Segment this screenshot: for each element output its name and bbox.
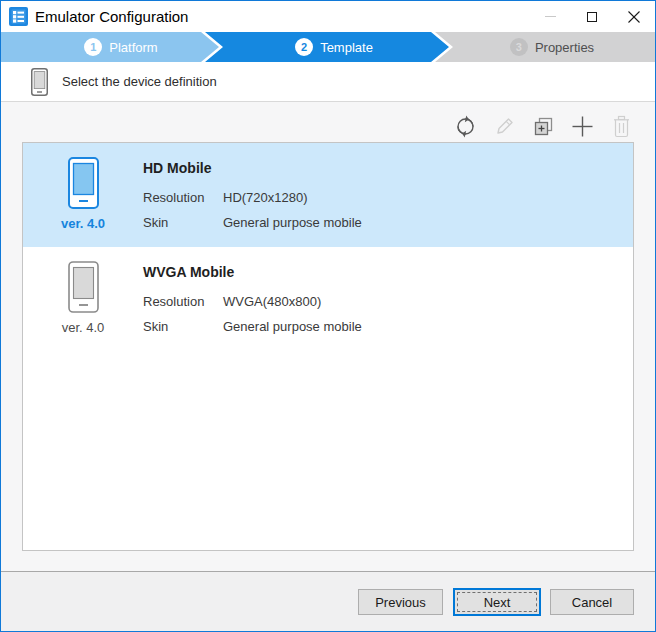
step-label: Properties (535, 40, 594, 55)
step-label: Platform (109, 40, 157, 55)
device-template-list: ver. 4.0 HD Mobile Resolution HD(720x128… (22, 142, 634, 551)
device-version: ver. 4.0 (61, 216, 105, 231)
resolution-label: Resolution (143, 294, 223, 309)
next-button[interactable]: Next (453, 588, 541, 616)
skin-value: General purpose mobile (223, 319, 633, 334)
phone-icon (31, 68, 48, 96)
device-resolution-row: Resolution WVGA(480x800) (143, 294, 633, 309)
device-icon-column: ver. 4.0 (23, 143, 143, 247)
window-title: Emulator Configuration (35, 8, 188, 25)
device-version: ver. 4.0 (62, 320, 105, 335)
wizard-step-platform[interactable]: 1 Platform (1, 32, 219, 62)
device-resolution-row: Resolution HD(720x1280) (143, 190, 633, 205)
skin-label: Skin (143, 215, 223, 230)
maximize-icon (587, 12, 597, 22)
device-text-column: WVGA Mobile Resolution WVGA(480x800) Ski… (143, 247, 633, 351)
hd-mobile-phone-icon (68, 157, 99, 209)
device-name: WVGA Mobile (143, 264, 633, 280)
minimize-icon (545, 16, 556, 17)
delete-icon (609, 114, 634, 139)
device-skin-row: Skin General purpose mobile (143, 215, 633, 230)
step-number-badge: 2 (295, 38, 313, 56)
close-icon (628, 11, 640, 23)
minimize-button[interactable] (529, 1, 571, 32)
wizard-step-properties[interactable]: 3 Properties (435, 32, 655, 62)
template-toolbar (452, 112, 634, 140)
resolution-value: HD(720x1280) (223, 190, 633, 205)
wizard-breadcrumb: 1 Platform 2 Template 3 Properties (1, 32, 655, 62)
previous-button[interactable]: Previous (358, 589, 443, 615)
wvga-mobile-phone-icon (68, 261, 99, 313)
add-button[interactable] (569, 113, 595, 139)
refresh-icon (453, 114, 478, 139)
device-icon-column: ver. 4.0 (23, 247, 143, 351)
cancel-button[interactable]: Cancel (550, 589, 634, 615)
device-text-column: HD Mobile Resolution HD(720x1280) Skin G… (143, 143, 633, 247)
delete-button[interactable] (608, 113, 634, 139)
edit-button[interactable] (491, 113, 517, 139)
maximize-button[interactable] (571, 1, 613, 32)
resolution-value: WVGA(480x800) (223, 294, 633, 309)
emulator-configuration-window: Emulator Configuration 1 Platform 2 Temp… (0, 0, 656, 632)
step-description-text: Select the device definition (62, 74, 217, 89)
refresh-button[interactable] (452, 113, 478, 139)
add-icon (570, 114, 595, 139)
device-row-hd-mobile[interactable]: ver. 4.0 HD Mobile Resolution HD(720x128… (23, 143, 633, 247)
resolution-label: Resolution (143, 190, 223, 205)
device-skin-row: Skin General purpose mobile (143, 319, 633, 334)
footer-bar: Previous Next Cancel (1, 571, 655, 631)
step-number-badge: 1 (84, 38, 102, 56)
skin-label: Skin (143, 319, 223, 334)
step-number-badge: 3 (510, 38, 528, 56)
clone-button[interactable] (530, 113, 556, 139)
close-button[interactable] (613, 1, 655, 32)
device-row-wvga-mobile[interactable]: ver. 4.0 WVGA Mobile Resolution WVGA(480… (23, 247, 633, 351)
step-label: Template (320, 40, 373, 55)
edit-icon (492, 114, 517, 139)
device-name: HD Mobile (143, 160, 633, 176)
step-description-row: Select the device definition (1, 62, 655, 102)
skin-value: General purpose mobile (223, 215, 633, 230)
titlebar: Emulator Configuration (1, 1, 655, 32)
content-area: ver. 4.0 HD Mobile Resolution HD(720x128… (1, 102, 655, 571)
clone-icon (531, 114, 556, 139)
wizard-step-template[interactable]: 2 Template (205, 32, 449, 62)
emulator-manager-app-icon (9, 7, 28, 26)
